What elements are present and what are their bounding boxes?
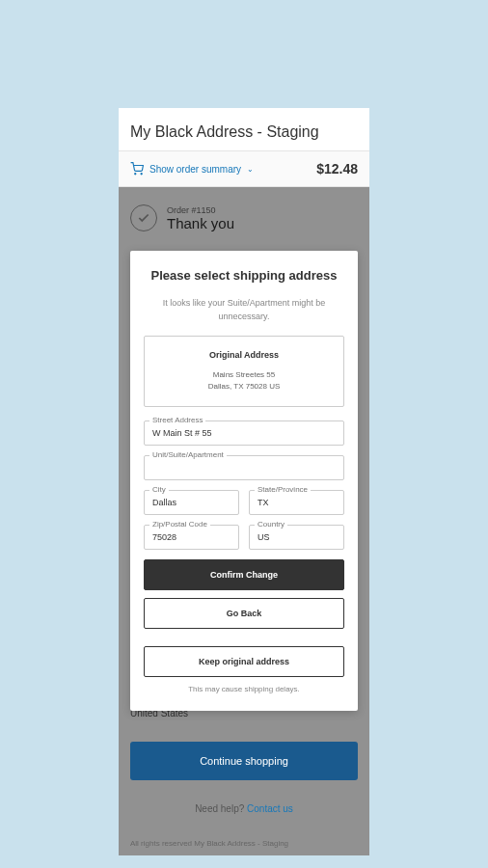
zip-label: Zip/Postal Code bbox=[149, 520, 210, 529]
original-address-line2: Dallas, TX 75028 US bbox=[154, 381, 334, 393]
original-address-title: Original Address bbox=[154, 350, 334, 360]
summary-toggle[interactable]: Show order summary ⌄ bbox=[130, 162, 254, 176]
summary-price: $12.48 bbox=[316, 161, 358, 176]
go-back-button[interactable]: Go Back bbox=[144, 598, 344, 629]
modal-title: Please select shipping address bbox=[144, 268, 344, 283]
summary-link-text: Show order summary bbox=[149, 164, 241, 175]
thank-you-text: Thank you bbox=[167, 215, 358, 231]
country-label: Country bbox=[255, 520, 287, 529]
city-label: City bbox=[149, 485, 169, 494]
address-modal: Please select shipping address It looks … bbox=[130, 251, 358, 711]
order-number: Order #1150 bbox=[167, 205, 358, 215]
checkmark-circle bbox=[130, 204, 157, 231]
svg-point-0 bbox=[135, 174, 136, 175]
contact-us-link[interactable]: Contact us bbox=[247, 803, 293, 814]
header: My Black Address - Staging bbox=[119, 108, 369, 151]
footer-text: All rights reserved My Black Address - S… bbox=[130, 839, 358, 848]
street-field-group: Street Address bbox=[144, 420, 344, 446]
continue-shopping-button[interactable]: Continue shopping bbox=[130, 742, 358, 780]
keep-original-button[interactable]: Keep original address bbox=[144, 646, 344, 677]
unit-field-group: Unit/Suite/Apartment bbox=[144, 455, 344, 480]
need-help-label: Need help? bbox=[195, 803, 244, 814]
cart-icon bbox=[130, 162, 144, 176]
zip-field-group: Zip/Postal Code bbox=[144, 525, 239, 550]
delay-note: This may cause shipping delays. bbox=[144, 685, 344, 693]
street-label: Street Address bbox=[149, 416, 205, 424]
country-field-group: Country bbox=[249, 525, 344, 550]
state-field-group: State/Province bbox=[249, 490, 344, 515]
order-summary-bar[interactable]: Show order summary ⌄ $12.48 bbox=[119, 151, 369, 187]
page-title: My Black Address - Staging bbox=[130, 123, 358, 141]
unit-label: Unit/Suite/Apartment bbox=[149, 450, 227, 459]
chevron-down-icon: ⌄ bbox=[247, 165, 254, 174]
modal-subtitle: It looks like your Suite/Apartment might… bbox=[144, 296, 344, 324]
need-help-text: Need help? Contact us bbox=[130, 803, 358, 814]
svg-point-1 bbox=[141, 174, 142, 175]
app-frame: My Black Address - Staging Show order su… bbox=[119, 108, 369, 855]
city-field-group: City bbox=[144, 490, 239, 515]
order-status: Order #1150 Thank you bbox=[130, 201, 358, 235]
order-text: Order #1150 Thank you bbox=[167, 205, 358, 231]
original-address-box: Original Address Mains Streetes 55 Dalla… bbox=[144, 336, 344, 407]
checkmark-icon bbox=[137, 211, 150, 225]
state-label: State/Province bbox=[255, 485, 311, 494]
original-address-line1: Mains Streetes 55 bbox=[154, 369, 334, 381]
confirm-change-button[interactable]: Confirm Change bbox=[144, 559, 344, 590]
